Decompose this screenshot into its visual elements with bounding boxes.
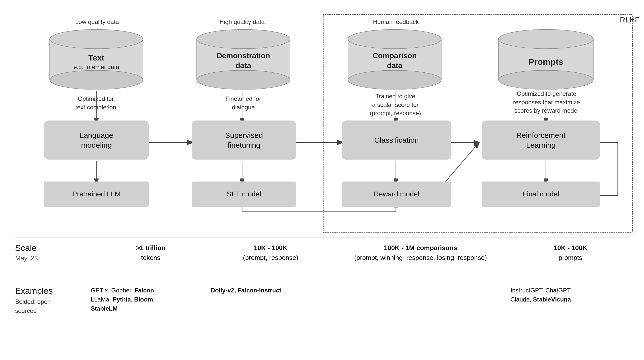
rlhf-label: RLHF [620,16,639,24]
col2-annotation: Finetuned fordialogue [195,95,291,111]
scale-title: Scale [15,243,66,253]
col3-annotation: Trained to givea scalar score for(prompt… [340,92,451,117]
col2-cylinder-text: Demonstrationdata [217,51,270,70]
col1-top-label: Low quality data [55,18,139,26]
scale-title-block: Scale May '23 [15,242,66,262]
col3-output-box: Reward model [342,182,451,207]
scale-subtitle: May '23 [15,254,66,262]
examples-title-block: Examples Bolded: opensourced [15,285,66,315]
svg-point-11 [348,29,441,49]
col1-process-box: Language modeling [44,121,149,160]
examples-col3 [331,285,510,286]
col1-cylinder-line1: Text [73,53,119,63]
svg-point-14 [499,70,593,89]
examples-col1: GPT-x, Gopher, Falcon,LLaMa, Pythia, Blo… [66,285,211,313]
col3-cylinder-text: Comparisondata [372,51,417,70]
col2-output-box: SFT model [192,182,296,207]
col3-cylinder: Comparisondata [347,29,443,89]
col2-top-label: High quality data [199,18,285,26]
col4-annotation: Optimized to generateresponses that maxi… [488,89,605,115]
examples-section: Examples Bolded: opensourced GPT-x, Goph… [15,285,630,315]
col1-output-box: Pretrained LLM [44,182,149,207]
svg-point-2 [50,70,143,89]
examples-col4: InstructGPT, ChatGPT,Claude, StableVicun… [510,285,630,304]
svg-point-15 [499,29,593,49]
divider-line-2 [15,280,629,280]
col4-cylinder: Prompts [497,29,595,89]
examples-subtitle: Bolded: opensourced [15,297,66,315]
divider-line [15,237,629,237]
scale-col1: >1 trilliontokens [66,242,211,263]
col3-process-box: Classification [342,121,451,160]
col2-process-box: Supervised finetuning [192,121,296,160]
scale-col3: 100K - 1M comparisons(prompt, winning_re… [331,242,510,263]
scale-col2: 10K - 100K(prompt, response) [211,242,331,263]
svg-point-10 [348,70,441,89]
col1-cylinder: Text e.g. Internet data [48,29,144,89]
col4-process-box: Reinforcement Learning [482,121,600,160]
col4-cylinder-text: Prompts [529,56,563,67]
svg-point-3 [50,29,143,49]
col2-cylinder: Demonstrationdata [195,29,291,89]
svg-point-6 [197,70,290,89]
col4-output-box: Final model [482,182,600,207]
col1-annotation: Optimized fortext completion [47,95,145,111]
col3-top-label: Human feedback [348,18,444,26]
scale-section: Scale May '23 >1 trilliontokens 10K - 10… [15,242,630,263]
scale-col4: 10K - 100Kprompts [510,242,630,263]
svg-point-7 [197,29,290,49]
col1-cylinder-line2: e.g. Internet data [73,63,119,71]
examples-title: Examples [15,286,66,296]
examples-col2: Dolly-v2, Falcon-Instruct [211,285,331,295]
